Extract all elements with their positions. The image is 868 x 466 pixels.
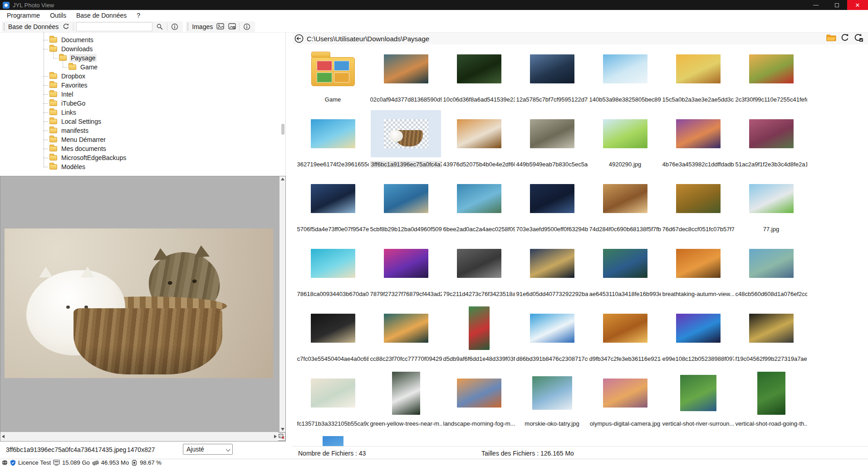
- file-name: 3ff6bc1a91396ec75a0fc4a73...: [370, 161, 442, 169]
- file-item[interactable]: c7fc03e55450404ae4a0c68b...: [296, 305, 369, 369]
- file-item[interactable]: 6bee2ad0ac2a4aec0258f093...: [442, 175, 515, 240]
- file-item[interactable]: 02c0af94d377d81368590d9d...: [369, 45, 442, 110]
- file-item[interactable]: vertical-shot-road-going-th...: [735, 369, 808, 434]
- menu-item-base-de-donn-es[interactable]: Base de Données: [71, 10, 132, 20]
- menubar: ProgrammeOutilsBase de Données?: [0, 10, 868, 21]
- preview-horizontal-scrollbar[interactable]: [0, 432, 278, 441]
- file-item[interactable]: 74d284f0c690b68138f5f7fb6...: [588, 175, 662, 240]
- file-item[interactable]: 79c211d4273c76f3423518ab...: [442, 240, 515, 305]
- scroll-right-arrow[interactable]: [274, 435, 277, 438]
- tree-item-local-settings[interactable]: Local Settings: [0, 117, 285, 126]
- file-item[interactable]: olympus-digital-camera.jpg: [588, 369, 662, 434]
- folder-icon: [49, 128, 57, 133]
- file-item[interactable]: ae6453110a3418fe16b993ef...: [588, 240, 662, 305]
- image-thumbnail: [384, 119, 428, 148]
- file-item[interactable]: 140b53a98e3825805bec89e...: [588, 45, 662, 110]
- file-item[interactable]: 51ac2a9f1f2e3b3c4d8fe2a1...: [735, 110, 808, 175]
- image-edit-icon[interactable]: [227, 22, 236, 31]
- file-item[interactable]: [296, 434, 369, 446]
- back-button[interactable]: [294, 34, 304, 44]
- file-item[interactable]: 7879f27327f76879cf443ad2...: [369, 240, 442, 305]
- preview-vertical-scrollbar[interactable]: [280, 176, 285, 432]
- scroll-left-arrow[interactable]: [2, 435, 5, 438]
- tree-item-menu-d-marrer[interactable]: Menu Démarrer: [0, 135, 285, 144]
- tree-item-label: MicrosoftEdgeBackups: [60, 154, 128, 162]
- file-name: 74d284f0c690b68138f5f7fb6...: [589, 226, 661, 233]
- tree-item-mod-les[interactable]: Modèles: [0, 162, 285, 171]
- image-thumbnail: [749, 184, 794, 213]
- file-item[interactable]: d5db9af6f6dd1e48d339f03f...: [442, 305, 515, 369]
- folder-item[interactable]: Game: [296, 45, 369, 110]
- file-item[interactable]: vertical-shot-river-surroun...: [662, 369, 735, 434]
- thumbnail: [663, 305, 733, 352]
- folder-icon: [49, 146, 57, 151]
- menu-item-programme[interactable]: Programme: [2, 10, 45, 20]
- file-item[interactable]: 4920290.jpg: [588, 110, 662, 175]
- close-button[interactable]: ✕: [847, 0, 868, 10]
- search-icon[interactable]: [155, 22, 164, 31]
- tree-item-documents[interactable]: Documents: [0, 35, 285, 44]
- refresh-icon[interactable]: [840, 33, 849, 44]
- tree-item-links[interactable]: Links: [0, 108, 285, 117]
- file-item[interactable]: morskie-oko-tatry.jpg: [515, 369, 588, 434]
- tree-item-game[interactable]: Game: [0, 63, 285, 72]
- tree-item-microsoftedgebackups[interactable]: MicrosoftEdgeBackups: [0, 153, 285, 162]
- file-item[interactable]: 703e3aefd9500eff0f63294bc...: [515, 175, 588, 240]
- database-info-icon[interactable]: [170, 22, 179, 31]
- menu-item-outils[interactable]: Outils: [45, 10, 71, 20]
- file-item[interactable]: 3ff6bc1a91396ec75a0fc4a73...: [369, 110, 442, 175]
- file-item[interactable]: 91e6d05dd40773292292bad...: [515, 240, 588, 305]
- file-item[interactable]: c48cb560d608d1a076ef2cc4...: [735, 240, 808, 305]
- file-item[interactable]: 15c5a0b2a3ae3e2ae5dd3c1...: [662, 45, 735, 110]
- maximize-button[interactable]: [826, 0, 847, 10]
- remove-image-button[interactable]: [278, 433, 285, 440]
- tree-scrollbar-thumb[interactable]: [281, 124, 284, 135]
- file-item[interactable]: landscape-morning-fog-m...: [442, 369, 515, 434]
- file-item[interactable]: e99e108c12b05238988f097e...: [662, 305, 735, 369]
- file-item[interactable]: 5706f5da4e73ff0e07f9547e4...: [296, 175, 369, 240]
- tree-item-downloads[interactable]: Downloads: [0, 44, 285, 53]
- menu-item-?[interactable]: ?: [132, 10, 145, 20]
- minimize-button[interactable]: —: [805, 0, 826, 10]
- scroll-down-arrow[interactable]: [281, 428, 284, 431]
- file-item[interactable]: 449b5949eab7b830c5ec5a4...: [515, 110, 588, 175]
- file-item[interactable]: d86bd391b8476c2308717c0...: [515, 305, 588, 369]
- image-action-icon[interactable]: [216, 22, 225, 31]
- tree-item-favorites[interactable]: Favorites: [0, 81, 285, 90]
- scroll-up-arrow[interactable]: [281, 178, 284, 180]
- file-item[interactable]: 76d67dec8ccf051fc07b57f7...: [662, 175, 735, 240]
- file-item[interactable]: 43976d52075b4b0e4e2df60...: [442, 110, 515, 175]
- file-item[interactable]: fc13571b3a332105b55ca9d4...: [296, 369, 369, 434]
- tree-item-dropbox[interactable]: Dropbox: [0, 72, 285, 81]
- file-item[interactable]: 77.jpg: [735, 175, 808, 240]
- file-item[interactable]: 10c06d36f8a6ad541539e236...: [442, 45, 515, 110]
- file-item[interactable]: 78618ca00934403b670da09...: [296, 240, 369, 305]
- tree-item-itubego[interactable]: iTubeGo: [0, 99, 285, 108]
- thumbnail: [736, 110, 806, 157]
- thumbnail: [517, 175, 587, 222]
- tree-item-manifests[interactable]: manifests: [0, 126, 285, 135]
- images-info-icon[interactable]: [242, 22, 251, 31]
- file-item[interactable]: 4b76e3a453982c1ddffdadb...: [662, 110, 735, 175]
- preview-image[interactable]: [5, 228, 273, 378]
- open-folder-icon[interactable]: [826, 34, 836, 44]
- refresh-checked-icon[interactable]: [853, 33, 863, 44]
- file-item[interactable]: 12a5785c7bf7cf9595122d7b...: [515, 45, 588, 110]
- file-item[interactable]: d9fb347c2fe3eb36116e9214...: [588, 305, 662, 369]
- database-search-input[interactable]: [76, 22, 152, 31]
- file-item[interactable]: green-yellow-trees-near-m...: [369, 369, 442, 434]
- tree-item-mes-documents[interactable]: Mes documents: [0, 144, 285, 153]
- tree-item-intel[interactable]: Intel: [0, 90, 285, 99]
- toolbar-grip: [187, 23, 188, 30]
- file-item[interactable]: 5cbf8b29b12ba0d4960f509...: [369, 175, 442, 240]
- tree-item-paysage[interactable]: Paysage: [0, 53, 285, 63]
- file-count: Nombre de Fichiers : 43: [298, 450, 366, 457]
- file-item[interactable]: cc88c23f70fcc77770f094298...: [369, 305, 442, 369]
- zoom-mode-select[interactable]: Ajusté: [183, 444, 233, 455]
- file-item[interactable]: 2c3f30f99c110e7255c41fefd...: [735, 45, 808, 110]
- file-item[interactable]: f19c04562f99b227319a7aef7...: [735, 305, 808, 369]
- file-item[interactable]: 362719ee6174f2e3961655ce...: [296, 110, 369, 175]
- refresh-database-icon[interactable]: [61, 22, 70, 31]
- tree-item-label: Favorites: [60, 81, 89, 89]
- file-item[interactable]: breathtaking-autumn-view...: [662, 240, 735, 305]
